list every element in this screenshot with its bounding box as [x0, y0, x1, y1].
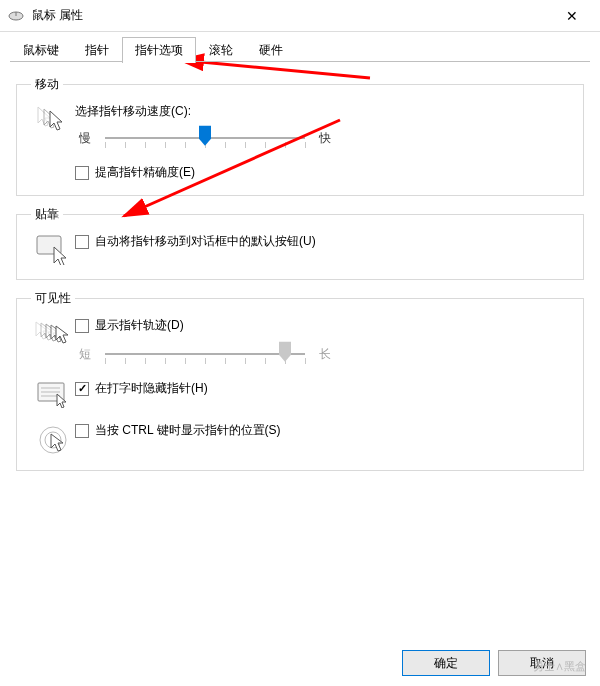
slider-track [105, 353, 305, 355]
speed-fast-label: 快 [315, 130, 335, 147]
tab-hardware[interactable]: 硬件 [246, 37, 296, 63]
pointer-speed-label: 选择指针移动速度(C): [75, 103, 569, 120]
snap-to-default-option[interactable]: 自动将指针移动到对话框中的默认按钮(U) [75, 233, 569, 250]
slider-ticks [105, 358, 305, 364]
group-title: 移动 [31, 76, 63, 93]
close-button[interactable]: ✕ [552, 2, 592, 30]
hide-pointer-typing-option[interactable]: 在打字时隐藏指针(H) [75, 380, 569, 397]
trail-short-label: 短 [75, 346, 95, 363]
pointer-trails-label: 显示指针轨迹(D) [95, 317, 184, 334]
group-snap: 贴靠 自动将指针移动到对话框中的默认按钮(U) [16, 206, 584, 280]
ctrl-locate-checkbox[interactable] [75, 424, 89, 438]
hide-typing-icon [31, 380, 75, 408]
ok-button[interactable]: 确定 [402, 650, 490, 676]
enhance-precision-label: 提高指针精确度(E) [95, 164, 195, 181]
pointer-trails-option[interactable]: 显示指针轨迹(D) [75, 317, 569, 334]
pointer-trails-slider [105, 342, 305, 366]
tab-bar: 鼠标键 指针 指针选项 滚轮 硬件 [0, 32, 600, 62]
snap-icon [31, 233, 75, 265]
enhance-precision-option[interactable]: 提高指针精确度(E) [75, 164, 569, 181]
tab-label: 鼠标键 [23, 43, 59, 57]
speed-slow-label: 慢 [75, 130, 95, 147]
group-title: 可见性 [31, 290, 75, 307]
button-label: 确定 [434, 655, 458, 672]
title-bar: 鼠标 属性 ✕ [0, 0, 600, 32]
pointer-trails-checkbox[interactable] [75, 319, 89, 333]
tab-wheel[interactable]: 滚轮 [196, 37, 246, 63]
content-area: 移动 选择指针移动速度(C): 慢 [0, 62, 600, 471]
hide-pointer-typing-label: 在打字时隐藏指针(H) [95, 380, 208, 397]
pointer-speed-slider[interactable] [105, 126, 305, 150]
tab-pointers[interactable]: 指针 [72, 37, 122, 63]
ctrl-locate-option[interactable]: 当按 CTRL 键时显示指针的位置(S) [75, 422, 569, 439]
close-icon: ✕ [566, 8, 578, 24]
group-visibility: 可见性 显示指针轨迹(D) [16, 290, 584, 471]
ctrl-locate-icon [31, 422, 75, 456]
pointer-motion-icon [31, 103, 75, 133]
pointer-trails-icon [31, 317, 75, 347]
tab-label: 硬件 [259, 43, 283, 57]
group-motion: 移动 选择指针移动速度(C): 慢 [16, 76, 584, 196]
enhance-precision-checkbox[interactable] [75, 166, 89, 180]
window-title: 鼠标 属性 [32, 7, 552, 24]
tab-label: 滚轮 [209, 43, 233, 57]
snap-to-default-checkbox[interactable] [75, 235, 89, 249]
group-title: 贴靠 [31, 206, 63, 223]
watermark-text: 勇士∧黑盒 [533, 659, 586, 674]
tab-label: 指针选项 [135, 43, 183, 57]
trail-long-label: 长 [315, 346, 335, 363]
snap-to-default-label: 自动将指针移动到对话框中的默认按钮(U) [95, 233, 316, 250]
slider-thumb[interactable] [198, 125, 212, 147]
tab-underline [10, 61, 590, 62]
tab-buttons[interactable]: 鼠标键 [10, 37, 72, 63]
hide-pointer-typing-checkbox[interactable] [75, 382, 89, 396]
ctrl-locate-label: 当按 CTRL 键时显示指针的位置(S) [95, 422, 281, 439]
tab-label: 指针 [85, 43, 109, 57]
tab-pointer-options[interactable]: 指针选项 [122, 37, 196, 63]
mouse-icon [8, 8, 24, 24]
slider-thumb [278, 341, 292, 363]
